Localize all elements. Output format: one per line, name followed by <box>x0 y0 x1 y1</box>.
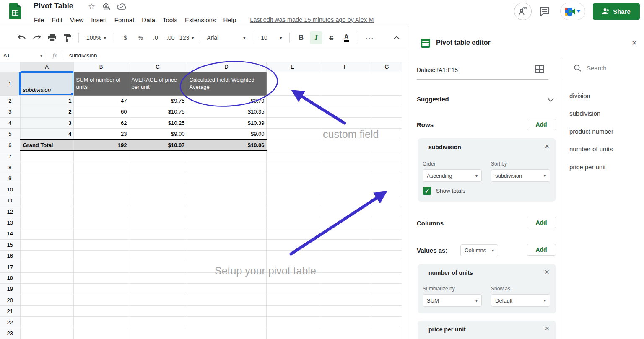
column-header-B[interactable]: B <box>73 62 129 72</box>
cell-G16[interactable] <box>372 251 402 261</box>
cell-F2[interactable] <box>319 95 372 106</box>
cell-C5[interactable]: $9.00 <box>129 129 187 140</box>
cell-B6[interactable]: 192 <box>73 140 129 151</box>
cell-F7[interactable] <box>319 151 372 162</box>
cell-B21[interactable] <box>73 305 129 316</box>
text-color-button[interactable]: A <box>340 31 353 44</box>
menu-tools[interactable]: Tools <box>159 16 181 23</box>
cell-A21[interactable] <box>20 305 73 316</box>
row-header-6[interactable]: 6 <box>0 140 20 151</box>
field-item-subdivision[interactable]: subdivision <box>563 105 644 123</box>
cell-D15[interactable] <box>187 239 266 250</box>
row-header-10[interactable]: 10 <box>0 184 20 195</box>
cell-A1[interactable]: subdivision <box>20 72 73 95</box>
row-header-15[interactable]: 15 <box>0 239 20 250</box>
cell-G13[interactable] <box>372 217 402 228</box>
cell-A18[interactable] <box>20 272 73 283</box>
cell-A7[interactable] <box>20 151 73 162</box>
cell-E12[interactable] <box>266 206 319 217</box>
sort-by-select[interactable]: subdivision▾ <box>491 169 550 182</box>
cell-B10[interactable] <box>73 184 129 195</box>
row-header-12[interactable]: 12 <box>0 206 20 217</box>
cell-B12[interactable] <box>73 206 129 217</box>
cell-F8[interactable] <box>319 162 372 173</box>
cell-reference-box[interactable]: A1 <box>0 52 40 59</box>
row-header-14[interactable]: 14 <box>0 228 20 239</box>
cell-C23[interactable] <box>129 328 187 339</box>
cell-C10[interactable] <box>129 184 187 195</box>
cell-G14[interactable] <box>372 228 402 239</box>
cell-D9[interactable] <box>187 173 266 184</box>
cell-A15[interactable] <box>20 239 73 250</box>
cell-E5[interactable] <box>266 129 319 140</box>
cell-B1[interactable]: SUM of number of units <box>73 72 129 95</box>
cell-G5[interactable] <box>372 129 402 140</box>
row-header-8[interactable]: 8 <box>0 162 20 173</box>
cell-D8[interactable] <box>187 162 266 173</box>
cell-C20[interactable] <box>129 295 187 305</box>
cell-B3[interactable]: 60 <box>73 106 129 118</box>
cell-C19[interactable] <box>129 284 187 295</box>
cell-F4[interactable] <box>319 117 372 129</box>
cell-B23[interactable] <box>73 328 129 339</box>
undo-button[interactable] <box>16 31 28 44</box>
cell-B11[interactable] <box>73 195 129 206</box>
cell-F3[interactable] <box>319 106 372 118</box>
columns-add-button[interactable]: Add <box>527 217 556 228</box>
cell-G22[interactable] <box>372 317 402 328</box>
row-header-17[interactable]: 17 <box>0 261 20 272</box>
print-button[interactable] <box>46 31 58 44</box>
cell-B15[interactable] <box>73 239 129 250</box>
cell-D1[interactable]: Calculated Field: Weighted Average <box>187 72 266 95</box>
cell-C4[interactable]: $10.25 <box>129 117 187 129</box>
suggested-section-label[interactable]: Suggested <box>417 96 449 103</box>
cell-F6[interactable] <box>319 140 372 151</box>
values-add-button[interactable]: Add <box>527 244 556 256</box>
close-icon[interactable]: × <box>545 268 549 277</box>
cell-C15[interactable] <box>129 239 187 250</box>
row-header-7[interactable]: 7 <box>0 151 20 162</box>
cell-D21[interactable] <box>187 305 266 316</box>
select-range-icon[interactable] <box>535 65 544 73</box>
cell-G2[interactable] <box>372 95 402 106</box>
cell-C12[interactable] <box>129 206 187 217</box>
zoom-select[interactable]: 100%▾ <box>84 31 109 44</box>
font-size-select[interactable]: 10▾ <box>258 31 284 44</box>
show-totals-checkbox[interactable]: ✓ <box>423 187 431 195</box>
show-as-select[interactable]: Default▾ <box>491 294 550 307</box>
cell-B18[interactable] <box>73 272 129 283</box>
cell-E19[interactable] <box>266 284 319 295</box>
collapse-toolbar-button[interactable] <box>390 31 403 44</box>
cell-F5[interactable] <box>319 129 372 140</box>
cell-G4[interactable] <box>372 117 402 129</box>
cell-C14[interactable] <box>129 228 187 239</box>
field-search-input[interactable] <box>587 65 637 72</box>
row-header-21[interactable]: 21 <box>0 305 20 316</box>
cell-E9[interactable] <box>266 173 319 184</box>
comment-button[interactable] <box>538 5 551 18</box>
cell-D7[interactable] <box>187 151 266 162</box>
redo-button[interactable] <box>31 31 43 44</box>
cell-A11[interactable] <box>20 195 73 206</box>
menu-format[interactable]: Format <box>111 16 138 23</box>
meet-button[interactable] <box>560 3 585 20</box>
cell-B22[interactable] <box>73 317 129 328</box>
cell-F10[interactable] <box>319 184 372 195</box>
row-header-18[interactable]: 18 <box>0 272 20 283</box>
menu-help[interactable]: Help <box>219 16 240 23</box>
last-edit-link[interactable]: Last edit was made 15 minutes ago by Ale… <box>250 16 374 23</box>
cell-F22[interactable] <box>319 317 372 328</box>
cell-F15[interactable] <box>319 239 372 250</box>
cell-G12[interactable] <box>372 206 402 217</box>
cell-C8[interactable] <box>129 162 187 173</box>
cell-G8[interactable] <box>372 162 402 173</box>
cell-A10[interactable] <box>20 184 73 195</box>
formula-input[interactable]: subdivision <box>63 52 97 59</box>
row-header-23[interactable]: 23 <box>0 328 20 339</box>
chevron-down-icon[interactable] <box>548 98 554 102</box>
cell-E2[interactable] <box>266 95 319 106</box>
menu-insert[interactable]: Insert <box>87 16 111 23</box>
cell-E10[interactable] <box>266 184 319 195</box>
cell-A6[interactable]: Grand Total <box>20 140 73 151</box>
cell-G21[interactable] <box>372 305 402 316</box>
